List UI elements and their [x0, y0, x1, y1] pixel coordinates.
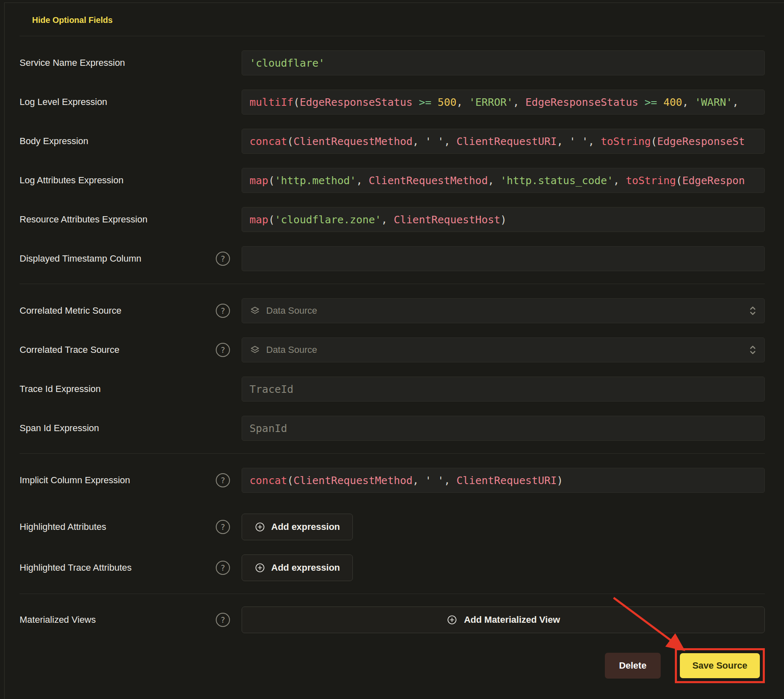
help-icon[interactable]: ?: [216, 520, 230, 534]
span-id-placeholder: SpanId: [250, 422, 287, 434]
highlighted-attributes-label: Highlighted Attributes: [20, 522, 106, 532]
service-name-input[interactable]: 'cloudflare': [242, 50, 765, 75]
trace-id-label: Trace Id Expression: [20, 384, 101, 394]
displayed-timestamp-input[interactable]: [242, 246, 765, 271]
service-name-label: Service Name Expression: [20, 57, 125, 68]
annotation-highlight: Save Source: [675, 648, 765, 683]
materialized-views-row: Materialized Views ? Add Materialized Vi…: [20, 607, 765, 633]
highlighted-attributes-row: Highlighted Attributes ? Add expression: [20, 514, 765, 540]
resource-attributes-row: Resource Attributes Expression map('clou…: [20, 207, 765, 232]
add-expression-label: Add expression: [271, 562, 340, 573]
add-expression-label: Add expression: [271, 522, 340, 532]
correlated-metric-row: Correlated Metric Source ? Data Source: [20, 298, 765, 323]
span-id-input[interactable]: SpanId: [242, 416, 765, 441]
plus-circle-icon: [447, 614, 457, 625]
layers-icon: [250, 305, 260, 316]
implicit-column-label: Implicit Column Expression: [20, 475, 130, 486]
help-icon[interactable]: ?: [216, 561, 230, 575]
correlated-metric-select[interactable]: Data Source: [242, 298, 765, 323]
add-expression-button[interactable]: Add expression: [242, 554, 353, 581]
add-expression-button[interactable]: Add expression: [242, 514, 353, 540]
log-level-label: Log Level Expression: [20, 97, 107, 107]
help-icon[interactable]: ?: [216, 343, 230, 357]
log-level-row: Log Level Expression multiIf(EdgeRespons…: [20, 90, 765, 115]
help-icon[interactable]: ?: [216, 304, 230, 318]
save-source-button[interactable]: Save Source: [680, 653, 760, 678]
correlated-trace-row: Correlated Trace Source ? Data Source: [20, 337, 765, 362]
source-form-panel: Hide Optional Fields Service Name Expres…: [4, 2, 784, 699]
page: { "panel": { "hide_optional_fields": "Hi…: [0, 0, 784, 699]
implicit-column-input[interactable]: concat(ClientRequestMethod, ' ', ClientR…: [242, 468, 765, 493]
displayed-timestamp-label: Displayed Timestamp Column: [20, 253, 141, 264]
highlighted-trace-attributes-label: Highlighted Trace Attributes: [20, 562, 132, 573]
divider: [20, 284, 765, 284]
layers-icon: [250, 345, 260, 355]
form-actions: Delete Save Source: [20, 648, 765, 683]
log-level-input[interactable]: multiIf(EdgeResponseStatus >= 500, 'ERRO…: [242, 90, 765, 115]
service-name-row: Service Name Expression 'cloudflare': [20, 50, 765, 75]
select-placeholder: Data Source: [266, 345, 749, 355]
plus-circle-icon: [255, 562, 265, 573]
correlated-trace-select[interactable]: Data Source: [242, 337, 765, 362]
implicit-column-row: Implicit Column Expression ? concat(Clie…: [20, 468, 765, 493]
span-id-row: Span Id Expression SpanId: [20, 416, 765, 441]
log-attributes-row: Log Attributes Expression map('http.meth…: [20, 168, 765, 193]
plus-circle-icon: [255, 522, 265, 532]
trace-id-input[interactable]: TraceId: [242, 377, 765, 402]
add-materialized-view-label: Add Materialized View: [464, 614, 560, 625]
divider: [20, 453, 765, 454]
resource-attributes-input[interactable]: map('cloudflare.zone', ClientRequestHost…: [242, 207, 765, 232]
materialized-views-label: Materialized Views: [20, 614, 96, 625]
trace-id-row: Trace Id Expression TraceId: [20, 377, 765, 402]
span-id-label: Span Id Expression: [20, 423, 99, 434]
selector-icon: [749, 305, 757, 317]
log-attributes-label: Log Attributes Expression: [20, 175, 123, 186]
delete-button[interactable]: Delete: [605, 653, 661, 679]
trace-id-placeholder: TraceId: [250, 383, 293, 395]
log-attributes-input[interactable]: map('http.method', ClientRequestMethod, …: [242, 168, 765, 193]
body-expression-row: Body Expression concat(ClientRequestMeth…: [20, 129, 765, 154]
help-icon[interactable]: ?: [216, 473, 230, 487]
correlated-trace-label: Correlated Trace Source: [20, 345, 120, 355]
hide-optional-fields-link[interactable]: Hide Optional Fields: [32, 15, 112, 25]
selector-icon: [749, 344, 757, 356]
correlated-metric-label: Correlated Metric Source: [20, 305, 122, 316]
divider: [20, 36, 765, 36]
help-icon[interactable]: ?: [216, 613, 230, 627]
displayed-timestamp-row: Displayed Timestamp Column ?: [20, 246, 765, 271]
body-expression-label: Body Expression: [20, 136, 88, 147]
body-expression-input[interactable]: concat(ClientRequestMethod, ' ', ClientR…: [242, 129, 765, 154]
divider: [20, 594, 765, 594]
highlighted-trace-attributes-row: Highlighted Trace Attributes ? Add expre…: [20, 554, 765, 581]
select-placeholder: Data Source: [266, 305, 749, 316]
add-materialized-view-button[interactable]: Add Materialized View: [242, 607, 765, 633]
resource-attributes-label: Resource Attributes Expression: [20, 214, 147, 225]
help-icon[interactable]: ?: [216, 252, 230, 266]
